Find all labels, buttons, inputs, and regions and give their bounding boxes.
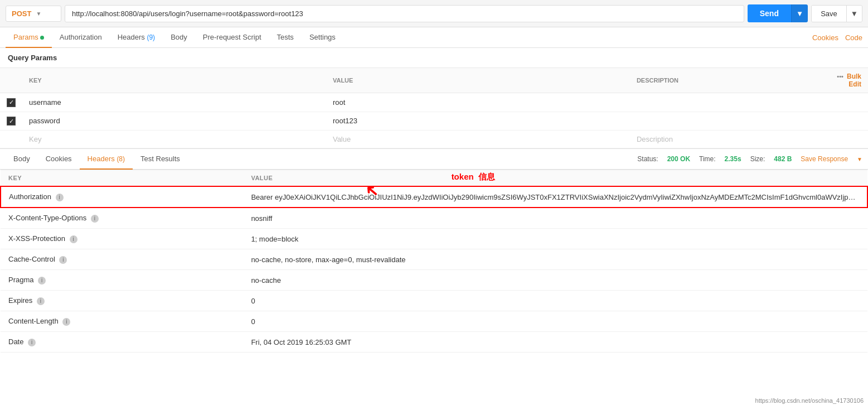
size-value: 482 B xyxy=(774,155,792,163)
tab-authorization-label: Authorization xyxy=(60,33,102,41)
size-label: Size: xyxy=(750,155,765,163)
table-row: ✓ password root123 xyxy=(0,112,868,131)
save-btn-group: Save ▼ xyxy=(811,5,862,22)
tab-body-bottom[interactable]: Body xyxy=(6,149,38,170)
tab-body-bottom-label: Body xyxy=(13,155,30,163)
top-bar: POST ▼ Send ▼ Save ▼ xyxy=(0,0,868,27)
tab-headers-badge: (9) xyxy=(147,33,155,41)
expires-info-icon[interactable]: i xyxy=(37,297,45,305)
desc-placeholder[interactable]: Description xyxy=(637,135,673,143)
resp-value-authorization: Bearer eyJ0eXAiOiJKV1QiLCJhbGciOiJIUzI1N… xyxy=(251,193,867,201)
resp-row-authorization: Authorization i Bearer eyJ0eXAiOiJKV1QiL… xyxy=(1,186,867,208)
resp-row-x-content-type: X-Content-Type-Options i nosniff xyxy=(1,208,867,229)
cookies-link[interactable]: Cookies xyxy=(812,33,838,42)
resp-row-cache-control: Cache-Control i no-cache, no-store, max-… xyxy=(1,249,867,270)
method-chevron-icon: ▼ xyxy=(36,11,41,17)
tab-cookies-label: Cookies xyxy=(46,155,72,163)
resp-row-x-xss: X-XSS-Protection i 1; mode=block xyxy=(1,229,867,249)
resp-row-pragma: Pragma i no-cache xyxy=(1,270,867,291)
params-table: KEY VALUE DESCRIPTION ••• Bulk Edit ✓ us… xyxy=(0,68,868,148)
resp-row-expires: Expires i 0 xyxy=(1,291,867,311)
col-key-header: KEY xyxy=(22,68,326,93)
tab-prerequest[interactable]: Pre-request Script xyxy=(195,27,269,48)
send-button[interactable]: Send xyxy=(748,4,791,22)
tab-headers-label: Headers xyxy=(118,33,145,41)
send-btn-group: Send ▼ xyxy=(748,4,808,22)
x-content-type-info-icon[interactable]: i xyxy=(91,215,99,223)
resp-key-x-content-type: X-Content-Type-Options xyxy=(8,214,86,222)
query-params-section: Query Params KEY VALUE DESCRIPTION ••• B… xyxy=(0,48,868,148)
tab-headers-bottom-badge: (8) xyxy=(117,155,125,163)
time-label: Time: xyxy=(699,155,716,163)
row2-checkbox[interactable]: ✓ xyxy=(7,117,16,126)
row2-desc xyxy=(630,112,823,131)
params-dot xyxy=(40,36,44,40)
tab-headers-top[interactable]: Headers (9) xyxy=(110,27,163,48)
resp-value-x-xss: 1; mode=block xyxy=(243,229,867,249)
method-select[interactable]: POST ▼ xyxy=(6,6,61,22)
table-row-empty: Key Value Description xyxy=(0,131,868,148)
content-length-info-icon[interactable]: i xyxy=(62,318,70,326)
resp-key-cache-control: Cache-Control xyxy=(8,255,55,263)
resp-key-content-length: Content-Length xyxy=(8,317,59,325)
url-input[interactable] xyxy=(65,5,744,22)
col-desc-header: DESCRIPTION xyxy=(630,68,823,93)
authorization-info-icon[interactable]: i xyxy=(56,194,64,201)
response-headers-area: token 信息 ➜ KEY VALUE Authorization i Bea… xyxy=(0,170,868,353)
row1-value: root xyxy=(326,93,630,112)
resp-key-authorization: Authorization xyxy=(9,192,51,201)
row1-key: username xyxy=(22,93,326,112)
save-button[interactable]: Save xyxy=(812,6,846,22)
more-dots-icon[interactable]: ••• xyxy=(837,73,843,80)
tab-cookies-bottom[interactable]: Cookies xyxy=(38,149,80,170)
tab-test-results-label: Test Results xyxy=(140,155,180,163)
tab-body-top[interactable]: Body xyxy=(163,27,195,48)
resp-row-date: Date i Fri, 04 Oct 2019 16:25:03 GMT xyxy=(1,332,867,353)
tab-headers-bottom-label: Headers xyxy=(88,155,115,163)
table-row: ✓ username root xyxy=(0,93,868,112)
resp-value-content-length: 0 xyxy=(243,311,867,332)
save-response-chevron[interactable]: ▼ xyxy=(857,156,862,162)
pragma-info-icon[interactable]: i xyxy=(38,277,46,285)
send-dropdown-button[interactable]: ▼ xyxy=(791,4,808,22)
bottom-section: Body Cookies Headers (8) Test Results St… xyxy=(0,149,868,353)
tab-tests[interactable]: Tests xyxy=(269,27,302,48)
resp-key-date: Date xyxy=(8,338,23,346)
key-placeholder[interactable]: Key xyxy=(29,135,41,143)
col-value-header: VALUE xyxy=(326,68,630,93)
row1-desc xyxy=(630,93,823,112)
resp-key-expires: Expires xyxy=(8,296,32,305)
tab-tests-label: Tests xyxy=(277,33,294,41)
resp-value-pragma: no-cache xyxy=(243,270,867,291)
cache-control-info-icon[interactable]: i xyxy=(59,256,67,264)
code-link[interactable]: Code xyxy=(845,33,862,42)
resp-value-date: Fri, 04 Oct 2019 16:25:03 GMT xyxy=(243,332,867,353)
col-actions-header: ••• Bulk Edit xyxy=(823,68,868,93)
row1-checkbox[interactable]: ✓ xyxy=(7,98,16,107)
tab-test-results[interactable]: Test Results xyxy=(133,149,188,170)
bottom-tab-bar: Body Cookies Headers (8) Test Results St… xyxy=(0,149,868,170)
top-right-links: Cookies Code xyxy=(812,33,862,42)
status-label: Status: xyxy=(637,155,658,163)
save-dropdown-button[interactable]: ▼ xyxy=(846,6,862,22)
tab-headers-bottom[interactable]: Headers (8) xyxy=(80,149,133,170)
resp-value-expires: 0 xyxy=(243,291,867,311)
tab-settings[interactable]: Settings xyxy=(302,27,343,48)
row2-key: password xyxy=(22,112,326,131)
value-placeholder[interactable]: Value xyxy=(333,135,351,143)
status-value: 200 OK xyxy=(667,155,690,163)
bulk-edit-button[interactable]: Bulk Edit xyxy=(847,73,861,88)
time-value: 2.35s xyxy=(725,155,741,163)
resp-col-value-header: VALUE xyxy=(243,170,867,187)
x-xss-info-icon[interactable]: i xyxy=(70,235,77,243)
row2-value: root123 xyxy=(326,112,630,131)
resp-key-pragma: Pragma xyxy=(8,276,34,284)
tab-authorization[interactable]: Authorization xyxy=(52,27,110,48)
date-info-icon[interactable]: i xyxy=(28,339,36,346)
status-bar: Status: 200 OK Time: 2.35s Size: 482 B S… xyxy=(637,155,862,163)
tab-params-label: Params xyxy=(13,33,38,41)
top-tab-bar: Params Authorization Headers (9) Body Pr… xyxy=(0,27,868,48)
resp-value-cache-control: no-cache, no-store, max-age=0, must-reva… xyxy=(243,249,867,270)
save-response-button[interactable]: Save Response xyxy=(801,155,848,163)
tab-params[interactable]: Params xyxy=(6,27,52,48)
